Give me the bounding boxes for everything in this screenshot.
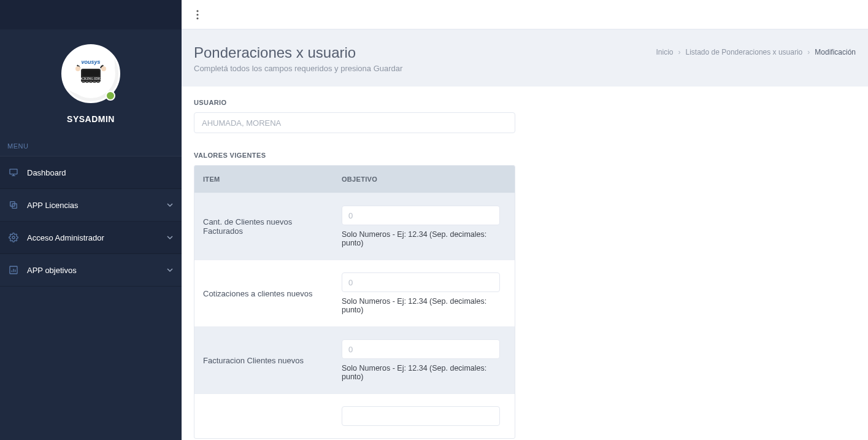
sidebar-item-dashboard[interactable]: Dashboard: [0, 156, 182, 189]
sidebar-item-app-licencias[interactable]: APP Licencias: [0, 189, 182, 222]
valores-table: ITEM OBJETIVO Cant. de Clientes nuevos F…: [194, 165, 515, 439]
objetivo-input[interactable]: [342, 206, 500, 225]
main: Ponderaciones x usuario Completá todos l…: [182, 0, 868, 440]
avatar-wrap: vousys ROCKING IDEAS: [61, 44, 120, 103]
usuario-label: USUARIO: [194, 99, 856, 106]
breadcrumb-current: Modificación: [815, 48, 856, 56]
svg-point-22: [196, 10, 198, 12]
kebab-menu-icon[interactable]: [193, 6, 202, 23]
row-objetivo-cell: Solo Numeros - Ej: 12.34 (Sep. decimales…: [333, 260, 515, 326]
chevron-down-icon: [167, 201, 173, 210]
sidebar-item-label: Dashboard: [27, 168, 173, 177]
sidebar-item-label: APP objetivos: [27, 266, 167, 275]
svg-rect-12: [10, 169, 17, 174]
svg-point-2: [75, 66, 80, 71]
table-row: Cant. de Clientes nuevos Facturados Solo…: [194, 193, 515, 260]
status-online-icon: [106, 91, 115, 101]
row-item-label: Cotizaciones a clientes nuevos: [194, 260, 333, 326]
sidebar: vousys ROCKING IDEAS: [0, 0, 182, 440]
table-row: Facturacion Clientes nuevos Solo Numeros…: [194, 326, 515, 393]
chevron-right-icon: ›: [807, 48, 810, 56]
sidebar-topbar: [0, 0, 182, 29]
profile-name: SYSADMIN: [67, 114, 115, 124]
helper-text: Solo Numeros - Ej: 12.34 (Sep. decimales…: [342, 230, 506, 247]
svg-rect-10: [93, 81, 96, 83]
sidebar-item-label: APP Licencias: [27, 201, 167, 210]
table-head: ITEM OBJETIVO: [194, 166, 515, 193]
page-header-left: Ponderaciones x usuario Completá todos l…: [194, 44, 402, 73]
svg-point-17: [12, 236, 15, 239]
page-subtitle: Completá todos los campos requeridos y p…: [194, 64, 402, 73]
row-objetivo-cell: Solo Numeros - Ej: 12.34 (Sep. decimales…: [333, 193, 515, 260]
svg-point-24: [196, 17, 198, 19]
sidebar-profile: vousys ROCKING IDEAS: [0, 29, 182, 136]
bar-chart-icon: [9, 265, 18, 275]
breadcrumb-mid[interactable]: Listado de Ponderaciones x usuario: [686, 48, 803, 56]
sidebar-item-app-objetivos[interactable]: APP objetivos: [0, 254, 182, 287]
objetivo-input[interactable]: [342, 272, 500, 292]
copy-icon: [9, 200, 18, 210]
monitor-icon: [9, 168, 18, 177]
chevron-right-icon: ›: [678, 48, 681, 56]
chevron-down-icon: [167, 266, 173, 275]
svg-point-3: [101, 66, 106, 71]
svg-rect-11: [97, 81, 99, 83]
objetivo-input[interactable]: [342, 339, 500, 359]
breadcrumb-home[interactable]: Inicio: [656, 48, 673, 56]
row-item-label: Cant. de Clientes nuevos Facturados: [194, 193, 333, 260]
row-objetivo-cell: Solo Numeros - Ej: 12.34 (Sep. decimales…: [333, 327, 515, 393]
chevron-down-icon: [167, 233, 173, 242]
helper-text: Solo Numeros - Ej: 12.34 (Sep. decimales…: [342, 364, 506, 381]
table-row: [194, 393, 515, 438]
row-objetivo-cell: [333, 394, 515, 438]
usuario-input[interactable]: [194, 112, 515, 133]
svg-rect-7: [82, 81, 85, 83]
helper-text: Solo Numeros - Ej: 12.34 (Sep. decimales…: [342, 297, 506, 314]
sidebar-item-acceso-administrador[interactable]: Acceso Administrador: [0, 222, 182, 254]
gear-icon: [9, 233, 18, 242]
valores-vigentes-label: VALORES VIGENTES: [194, 152, 856, 159]
breadcrumb: Inicio › Listado de Ponderaciones x usua…: [656, 48, 856, 56]
menu-section-label: MENU: [0, 136, 182, 156]
main-topbar: [182, 0, 868, 29]
svg-rect-9: [90, 81, 92, 83]
objetivo-input[interactable]: [342, 406, 500, 426]
sidebar-item-label: Acceso Administrador: [27, 233, 167, 242]
page-header: Ponderaciones x usuario Completá todos l…: [182, 29, 868, 87]
row-item-label: [194, 394, 333, 438]
col-header-objetivo: OBJETIVO: [333, 166, 515, 193]
page-title: Ponderaciones x usuario: [194, 44, 402, 61]
svg-rect-8: [86, 81, 88, 83]
col-header-item: ITEM: [194, 166, 333, 193]
table-row: Cotizaciones a clientes nuevos Solo Nume…: [194, 260, 515, 326]
svg-text:vousys: vousys: [81, 59, 100, 65]
svg-point-23: [196, 14, 198, 15]
row-item-label: Facturacion Clientes nuevos: [194, 327, 333, 393]
svg-text:ROCKING IDEAS: ROCKING IDEAS: [77, 77, 106, 80]
svg-rect-5: [82, 70, 99, 76]
content: USUARIO VALORES VIGENTES ITEM OBJETIVO C…: [182, 87, 868, 440]
